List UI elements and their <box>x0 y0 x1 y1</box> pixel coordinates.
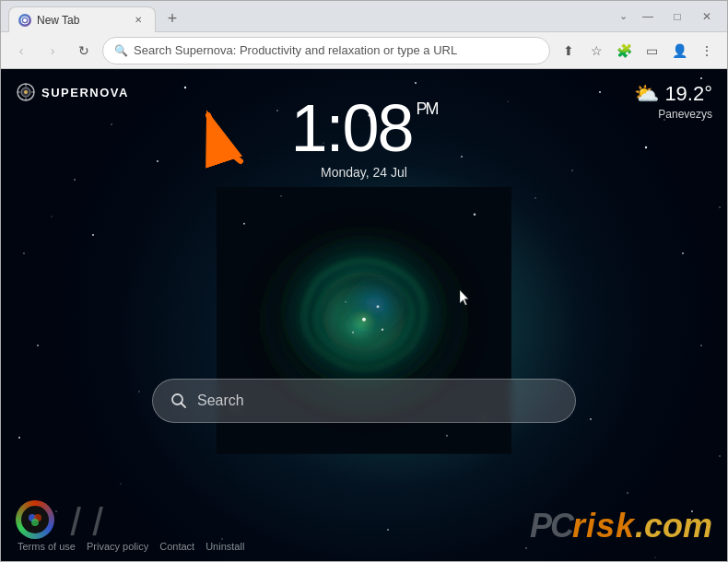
active-tab[interactable]: New Tab ✕ <box>8 6 156 32</box>
svg-point-32 <box>51 216 52 217</box>
footer-com-brand: .com <box>635 507 712 545</box>
svg-point-53 <box>474 214 476 216</box>
search-container: Search <box>152 379 576 423</box>
forward-button[interactable]: › <box>40 38 65 64</box>
svg-point-18 <box>92 234 94 236</box>
svg-point-1 <box>23 18 27 22</box>
new-tab-button[interactable]: + <box>159 6 185 31</box>
svg-point-31 <box>590 418 592 420</box>
svg-point-20 <box>682 252 684 254</box>
window-controls: ⌄ — □ ✕ <box>619 4 720 29</box>
search-icon <box>170 392 188 410</box>
minimize-button[interactable]: — <box>635 4 661 29</box>
share-button[interactable]: ⬆ <box>556 38 581 64</box>
svg-point-48 <box>377 305 380 308</box>
weather-icon: ⛅ <box>634 82 659 106</box>
url-text: Search Supernova: Productivity and relax… <box>134 43 538 57</box>
svg-point-27 <box>120 483 121 484</box>
clock-widget: 1:08PM Monday, 24 Jul <box>290 95 437 180</box>
menu-button[interactable]: ⋮ <box>694 38 720 64</box>
uninstall-link[interactable]: Uninstall <box>205 541 244 552</box>
maximize-button[interactable]: □ <box>664 4 690 29</box>
svg-point-52 <box>243 223 245 225</box>
footer-right: PC risk .com <box>530 507 712 545</box>
close-button[interactable]: ✕ <box>694 4 720 29</box>
nav-right-icons: ⬆ ☆ 🧩 ▭ 👤 ⋮ <box>556 38 720 64</box>
svg-point-30 <box>138 391 139 392</box>
svg-point-70 <box>31 519 39 526</box>
svg-point-34 <box>534 197 535 198</box>
svg-point-11 <box>74 179 76 181</box>
footer: ❘❘ Terms of use Privacy policy Contact U… <box>1 500 727 552</box>
svg-point-3 <box>111 123 112 124</box>
svg-point-60 <box>24 90 28 94</box>
svg-point-21 <box>37 345 39 346</box>
profile-button[interactable]: 👤 <box>666 38 692 64</box>
svg-point-4 <box>184 87 186 88</box>
svg-point-12 <box>157 160 159 162</box>
supernova-logo-icon <box>16 82 36 102</box>
svg-point-50 <box>382 329 383 331</box>
tab-favicon <box>18 14 31 27</box>
svg-point-6 <box>415 82 417 84</box>
privacy-link[interactable]: Privacy policy <box>87 541 148 552</box>
search-placeholder: Search <box>197 392 244 409</box>
navigation-bar: ‹ › ↻ 🔍 Search Supernova: Productivity a… <box>1 32 727 69</box>
footer-logo <box>16 500 54 539</box>
svg-point-24 <box>719 455 720 456</box>
location-icon: 🔍 <box>114 44 128 57</box>
svg-line-67 <box>182 404 186 408</box>
svg-point-10 <box>700 77 702 79</box>
svg-point-49 <box>352 332 354 334</box>
svg-point-19 <box>719 206 720 207</box>
clock-ampm: PM <box>417 100 438 117</box>
footer-logo-icon <box>26 510 44 529</box>
refresh-button[interactable]: ↻ <box>71 38 97 64</box>
svg-point-57 <box>446 435 448 437</box>
footer-brand-text: ❘❘ <box>62 506 106 533</box>
clock-date: Monday, 24 Jul <box>290 165 437 180</box>
bookmark-button[interactable]: ☆ <box>583 38 609 64</box>
browser-window: New Tab ✕ + ⌄ — □ ✕ ‹ › ↻ 🔍 Search Super… <box>0 0 728 562</box>
title-bar: New Tab ✕ + ⌄ — □ ✕ <box>1 1 727 32</box>
search-bar[interactable]: Search <box>152 379 576 423</box>
weather-widget: ⛅ 19.2° Panevezys <box>634 82 712 121</box>
footer-links: Terms of use Privacy policy Contact Unin… <box>18 541 244 552</box>
terms-link[interactable]: Terms of use <box>18 541 76 552</box>
svg-point-56 <box>280 195 281 196</box>
supernova-logo[interactable]: SUPERNOVA <box>16 82 129 102</box>
supernova-brand-text: SUPERNOVA <box>41 86 129 100</box>
svg-point-47 <box>362 318 366 322</box>
page-content: SUPERNOVA 1:08PM Monday, 24 Jul ⛅ 19.2° … <box>1 69 727 561</box>
svg-point-14 <box>461 156 463 158</box>
tab-close-button[interactable]: ✕ <box>131 13 146 28</box>
split-view-button[interactable]: ▭ <box>639 38 664 64</box>
svg-point-15 <box>571 170 572 170</box>
weather-top: ⛅ 19.2° <box>634 82 712 106</box>
svg-point-7 <box>507 100 508 101</box>
svg-point-16 <box>645 146 647 148</box>
svg-point-51 <box>345 301 346 303</box>
back-button[interactable]: ‹ <box>8 38 34 64</box>
footer-risk-brand: risk <box>572 507 635 545</box>
svg-point-8 <box>599 91 601 93</box>
contact-link[interactable]: Contact <box>159 541 194 552</box>
svg-point-23 <box>18 437 20 439</box>
weather-city: Panevezys <box>634 108 712 121</box>
tab-bar: New Tab ✕ + <box>8 1 612 31</box>
clock-time: 1:08PM <box>290 95 437 161</box>
svg-point-17 <box>23 252 25 254</box>
svg-point-22 <box>700 345 702 346</box>
tab-title: New Tab <box>37 14 79 27</box>
arrow-annotation <box>185 97 259 174</box>
svg-point-28 <box>627 492 628 494</box>
extensions-button[interactable]: 🧩 <box>611 38 637 64</box>
address-bar[interactable]: 🔍 Search Supernova: Productivity and rel… <box>102 37 550 64</box>
footer-pc-brand: PC <box>530 507 572 545</box>
weather-temperature: 19.2° <box>664 82 712 106</box>
svg-point-5 <box>276 110 278 111</box>
svg-point-38 <box>654 556 655 557</box>
